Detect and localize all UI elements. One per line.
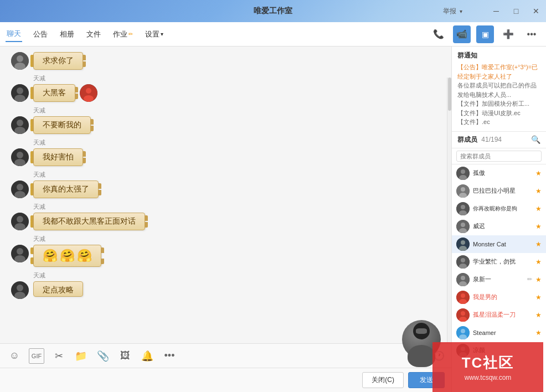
more-btn[interactable]: ••• bbox=[523, 25, 540, 43]
svg-point-53 bbox=[461, 311, 465, 316]
member-star: ★ bbox=[535, 169, 542, 177]
member-name: 学业繁忙，勿扰 bbox=[473, 257, 532, 266]
svg-point-59 bbox=[461, 347, 465, 351]
close-chat-btn[interactable]: 关闭(C) bbox=[362, 372, 404, 388]
video-call-btn[interactable]: 📹 bbox=[453, 25, 471, 43]
member-item-steamer[interactable]: Steamer ★ bbox=[452, 324, 546, 342]
notice-line-4: 【文件】.ec bbox=[457, 117, 540, 127]
bubble-wrapper: 我都不敢跟大黑客正面对话 bbox=[33, 213, 145, 230]
avatar bbox=[11, 52, 29, 70]
bubble-wrapper: 你真的太强了 bbox=[33, 180, 99, 198]
member-star: ★ bbox=[535, 258, 542, 266]
bubble-wrapper: 🤗🤗🤗 bbox=[33, 245, 101, 267]
nav-right: 📞 📹 ▣ ➕ ••• bbox=[430, 25, 540, 43]
member-avatar bbox=[456, 202, 470, 215]
chat-bubble: 我都不敢跟大黑客正面对话 bbox=[33, 213, 145, 230]
message-sender: 天减 bbox=[33, 271, 446, 280]
chat-bubble: 求求你了 bbox=[33, 52, 83, 70]
notice-line-3: 【文件】动漫UI皮肤.ec bbox=[457, 109, 540, 118]
member-list: 孤傲 ★ 巴拉巴拉小明星 ★ 你再改昵称你是狗 ★ bbox=[452, 164, 546, 393]
emoji-btn[interactable]: ☺ bbox=[7, 348, 22, 364]
member-item[interactable]: 孤星泪温柔一刀 ★ bbox=[452, 306, 546, 324]
message-sender: 天减 bbox=[33, 171, 446, 179]
message-sender: 天减 bbox=[33, 138, 446, 147]
member-star: ★ bbox=[535, 223, 542, 230]
group-notice-title: 群通知 bbox=[457, 51, 540, 60]
svg-point-17 bbox=[17, 184, 23, 190]
avatar bbox=[11, 213, 29, 230]
message-row: 我都不敢跟大黑客正面对话 bbox=[11, 213, 446, 230]
member-item[interactable]: 我是男的 ★ bbox=[452, 288, 546, 306]
time-btn[interactable]: 🕐 bbox=[434, 350, 445, 361]
svg-point-11 bbox=[17, 120, 23, 126]
svg-point-38 bbox=[461, 223, 465, 227]
member-star: ★ bbox=[535, 311, 542, 319]
image-btn[interactable]: 🖼 bbox=[117, 348, 133, 364]
member-avatar bbox=[456, 344, 470, 357]
member-item[interactable]: 孤傲 ★ bbox=[452, 164, 546, 182]
avatar-right bbox=[80, 84, 97, 102]
chat-messages[interactable]: 求求你了 天减 bbox=[0, 47, 451, 343]
notice-line-0: 【公告】唯爱工作室(+°3°)=已经定制于之家人社了 bbox=[457, 63, 540, 81]
member-item[interactable]: 泉新一 ✏ ★ bbox=[452, 271, 546, 288]
members-title: 群成员 41/194 bbox=[457, 135, 502, 145]
avatar bbox=[11, 116, 29, 134]
attachment-btn[interactable]: 📎 bbox=[95, 348, 111, 364]
nav-item-album[interactable]: 相册 bbox=[59, 27, 75, 42]
chat-bubble-emoji: 🤗🤗🤗 bbox=[33, 245, 101, 267]
svg-point-47 bbox=[461, 276, 465, 280]
nav-item-settings[interactable]: 设置▾ bbox=[144, 27, 164, 42]
message-row: 大黑客 bbox=[11, 84, 446, 102]
member-name: 凉颜 bbox=[473, 346, 542, 354]
add-member-btn[interactable]: ➕ bbox=[499, 25, 517, 43]
member-name: 巴拉巴拉小明星 bbox=[473, 187, 532, 195]
gif-btn[interactable]: GIF bbox=[29, 348, 44, 364]
members-count: 41/194 bbox=[481, 136, 502, 143]
member-avatar bbox=[456, 220, 470, 233]
restore-button[interactable]: □ bbox=[506, 0, 526, 22]
nav-item-file[interactable]: 文件 bbox=[85, 27, 102, 42]
message-row: 🤗🤗🤗 bbox=[11, 245, 446, 267]
message-row: 不要断我的 bbox=[11, 116, 446, 134]
nav-item-homework[interactable]: 作业✏ bbox=[112, 27, 134, 42]
member-avatar bbox=[456, 255, 470, 269]
screen-share-btn[interactable]: ▣ bbox=[476, 25, 494, 43]
bell-btn[interactable]: 🔔 bbox=[140, 348, 155, 364]
send-btn[interactable]: 发送 bbox=[408, 372, 445, 388]
scissors-btn[interactable]: ✂ bbox=[51, 348, 66, 364]
svg-point-35 bbox=[461, 205, 465, 209]
close-button[interactable]: ✕ bbox=[526, 0, 546, 22]
message-group: 天减 我都不敢跟大黑客正面对话 bbox=[11, 203, 446, 230]
svg-point-1 bbox=[17, 55, 23, 62]
member-search-icon[interactable]: 🔍 bbox=[531, 135, 540, 144]
nav-item-chat[interactable]: 聊天 bbox=[6, 27, 22, 42]
member-item[interactable]: 学业繁忙，勿扰 ★ bbox=[452, 253, 546, 271]
minimize-button[interactable]: ─ bbox=[486, 0, 506, 22]
member-name: Monster Cat bbox=[473, 241, 532, 247]
member-name: 泉新一 bbox=[473, 275, 524, 283]
voice-call-btn[interactable]: 📞 bbox=[430, 25, 447, 43]
svg-point-8 bbox=[86, 88, 91, 94]
message-sender: 天减 bbox=[33, 106, 446, 115]
member-item[interactable]: 威迟 ★ bbox=[452, 218, 546, 235]
report-chevron[interactable]: ▾ bbox=[460, 8, 462, 14]
nav-item-notice[interactable]: 公告 bbox=[32, 27, 49, 42]
member-item[interactable]: 巴拉巴拉小明星 ★ bbox=[452, 182, 546, 200]
message-row: 定点攻略 bbox=[11, 281, 446, 299]
member-item[interactable]: 凉颜 bbox=[452, 342, 546, 359]
member-search-input[interactable] bbox=[456, 151, 542, 162]
member-item[interactable]: 你再改昵称你是狗 ★ bbox=[452, 200, 546, 218]
folder-btn[interactable]: 📁 bbox=[73, 348, 89, 364]
svg-point-44 bbox=[461, 258, 465, 262]
report-link[interactable]: 举报 bbox=[443, 7, 456, 16]
message-row: 求求你了 bbox=[11, 52, 446, 70]
svg-point-23 bbox=[17, 248, 23, 255]
message-group: 求求你了 bbox=[11, 52, 446, 70]
more-toolbar-btn[interactable]: ••• bbox=[162, 348, 177, 364]
message-sender: 天减 bbox=[33, 203, 446, 211]
member-item-highlighted[interactable]: Monster Cat ★ bbox=[452, 235, 546, 253]
message-group: 天减 大黑客 bbox=[11, 74, 446, 102]
message-row: 我好害怕 bbox=[11, 148, 446, 166]
bubble-wrapper: 不要断我的 bbox=[33, 116, 91, 134]
svg-point-56 bbox=[461, 329, 465, 333]
